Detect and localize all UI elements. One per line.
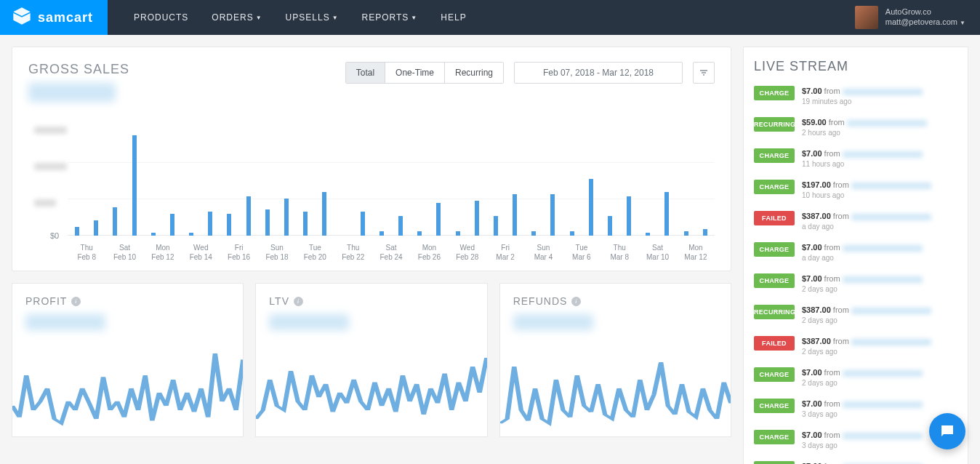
live-item-text: $387.00 from a day ago [802,211,957,232]
live-item-text: $7.00 from 2 days ago [802,273,957,295]
live-item[interactable]: CHARGE$7.00 from 11 hours ago [754,148,957,169]
live-item-text: $59.00 from 2 hours ago [802,117,957,138]
box-icon [12,6,32,29]
live-item[interactable]: CHARGE$7.00 from 3 days ago [754,430,957,451]
bar [494,216,498,236]
bar [531,231,536,236]
status-badge-charge: CHARGE [754,461,795,464]
live-item-text: $7.00 from 3 days ago [802,461,957,464]
tab-onetime[interactable]: One-Time [385,63,445,83]
live-item[interactable]: FAILED$387.00 from a day ago [754,211,957,232]
nav-items: PRODUCTSORDERS▼UPSELLS▼REPORTS▼HELP [108,12,467,23]
live-item[interactable]: CHARGE$7.00 from a day ago [754,242,957,263]
x-tick: MonFeb 12 [144,243,182,262]
live-item[interactable]: CHARGE$7.00 from 19 minutes ago [754,86,957,107]
bar [94,220,98,236]
status-badge-charge: CHARGE [754,367,795,382]
live-item-text: $7.00 from 11 hours ago [802,148,957,169]
nav-orders[interactable]: ORDERS▼ [212,12,262,23]
live-item[interactable]: CHARGE$7.00 from 2 days ago [754,273,957,295]
tab-recurring[interactable]: Recurring [445,63,503,83]
bar [417,231,422,236]
gross-sales-chart: $0 ThuFeb 8SatFeb 10MonFeb 12WedFeb 14Fr… [28,116,715,262]
bar [456,231,460,236]
bar [75,227,79,236]
x-tick: SunFeb 18 [258,243,296,262]
live-item[interactable]: RECURRING$59.00 from 2 hours ago [754,117,957,138]
profit-title: PROFITi [25,295,230,307]
nav-products[interactable]: PRODUCTS [134,12,188,23]
bar [265,209,270,236]
x-tick: SatFeb 24 [372,243,410,262]
bar [608,216,612,236]
bar [170,214,174,236]
bar [589,179,593,236]
date-range-picker[interactable]: Feb 07, 2018 - Mar 12, 2018 [514,62,683,84]
live-item[interactable]: CHARGE$7.00 from 3 days ago [754,399,957,420]
x-tick: SatMar 10 [638,243,676,262]
chevron-down-icon: ▼ [960,20,965,26]
status-badge-charge: CHARGE [754,180,795,194]
live-item[interactable]: RECURRING$387.00 from 2 days ago [754,305,957,326]
bar [513,194,517,236]
status-badge-charge: CHARGE [754,242,795,257]
ltv-amount [269,314,349,330]
avatar [855,6,878,29]
live-item[interactable]: CHARGE$7.00 from 3 days ago [754,461,957,464]
user-name: AutoGrow.co [885,7,965,17]
x-tick: FriMar 2 [486,243,524,262]
bar [113,207,117,236]
x-tick: SunMar 4 [524,243,562,262]
ltv-title: LTVi [269,295,473,307]
nav-upsells[interactable]: UPSELLS▼ [286,12,339,23]
chevron-down-icon: ▼ [411,15,417,21]
profit-sparkline [25,330,230,436]
top-nav: samcart PRODUCTSORDERS▼UPSELLS▼REPORTS▼H… [0,0,980,35]
info-icon[interactable]: i [571,297,581,306]
status-badge-recurring: RECURRING [754,117,795,132]
x-tick: ThuMar 8 [601,243,638,262]
tab-total[interactable]: Total [346,63,385,83]
status-badge-failed: FAILED [754,336,795,351]
logo[interactable]: samcart [0,0,108,35]
profit-amount [25,314,105,330]
x-tick: FriFeb 16 [220,243,257,262]
chat-button[interactable] [929,413,965,449]
live-item-text: $7.00 from 2 days ago [802,367,957,388]
status-badge-failed: FAILED [754,211,795,225]
sales-type-tabs: TotalOne-TimeRecurring [345,62,504,84]
user-info: AutoGrow.co matt@petovera.com ▼ [885,7,965,28]
x-tick: ThuFeb 8 [68,243,105,262]
gross-sales-card: GROSS SALES TotalOne-TimeRecurring Feb 0… [12,47,731,271]
ltv-card: LTVi [255,283,487,437]
info-icon[interactable]: i [71,297,81,306]
refunds-amount [513,314,593,330]
live-item-text: $387.00 from 2 days ago [802,305,957,326]
bar [132,135,137,236]
refunds-title: REFUNDSi [513,295,718,307]
bar [684,231,688,236]
chart-options-button[interactable] [693,62,715,84]
user-menu[interactable]: AutoGrow.co matt@petovera.com ▼ [855,6,980,29]
status-badge-charge: CHARGE [754,86,795,100]
bar [398,216,403,236]
refunds-card: REFUNDSi [499,283,731,437]
live-item[interactable]: CHARGE$197.00 from 10 hours ago [754,180,957,201]
x-tick: MonFeb 26 [410,243,448,262]
live-item[interactable]: FAILED$387.00 from 2 days ago [754,336,957,357]
nav-help[interactable]: HELP [441,12,466,23]
bar [664,192,669,236]
status-badge-charge: CHARGE [754,148,795,163]
bar [322,192,326,236]
x-tick: WedFeb 28 [449,243,486,262]
live-item[interactable]: CHARGE$7.00 from 2 days ago [754,367,957,388]
bar [627,196,631,236]
bar [227,214,231,236]
info-icon[interactable]: i [294,297,303,306]
nav-reports[interactable]: REPORTS▼ [362,12,418,23]
live-stream-title: LIVE STREAM [754,59,957,74]
user-email: matt@petovera.com [885,17,957,26]
bar [703,229,707,236]
bar [361,212,365,236]
gross-sales-amount [28,83,116,102]
